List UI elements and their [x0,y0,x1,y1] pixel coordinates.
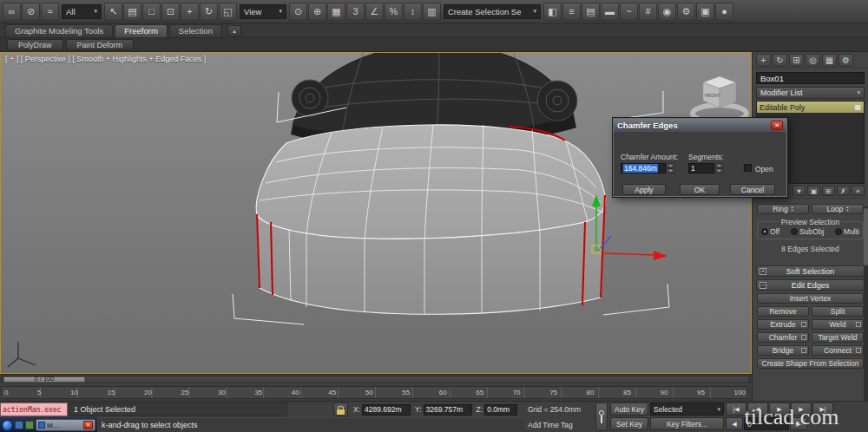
align-icon[interactable]: ≡ [562,3,581,21]
settings-box-icon[interactable] [801,322,806,327]
panel-scrollbar[interactable] [864,206,868,401]
select-object-icon[interactable]: ↖ [104,3,122,21]
z-coordinate-field[interactable]: 0.0mm [484,404,517,416]
show-end-result-icon[interactable]: ▣ [807,186,820,196]
render-setup-icon[interactable]: ⚙ [677,3,695,21]
quick-launch-icon[interactable] [15,421,23,429]
stack-entry-editable-poly[interactable]: Editable Poly ▦ [757,101,864,113]
track-bar[interactable]: 0510152025303540455055606570758085909510… [0,383,752,401]
hierarchy-tab-icon[interactable]: ⊞ [789,54,804,67]
window-crossing-icon[interactable]: ⊡ [161,3,180,21]
ribbon-minimize-icon[interactable]: ▴ [227,25,241,36]
insert-vertex-button[interactable]: Insert Vertex [757,293,864,304]
modify-tab-icon[interactable]: ↻ [773,54,787,67]
keyboard-override-icon[interactable]: ▦ [327,3,345,21]
material-editor-icon[interactable]: ◉ [658,3,676,21]
settings-box-icon[interactable] [856,322,861,327]
tab-graphite-modeling-tools[interactable]: Graphite Modeling Tools [5,24,113,37]
rectangular-selection-icon[interactable]: □ [142,3,161,21]
extrude-button[interactable]: Extrude [757,319,809,330]
timeline-ruler[interactable]: 0510152025303540455055606570758085909510… [2,386,748,399]
apply-button[interactable]: Apply [622,184,666,195]
time-slider-track[interactable]: 0 / 100 [2,376,750,383]
preview-multi-radio[interactable]: Multi [835,227,859,236]
snaps-toggle-icon[interactable]: 3 [346,3,365,21]
split-button[interactable]: Split [812,306,864,317]
settings-box-icon[interactable] [801,348,806,353]
taskbar-window-chip[interactable]: M... × [36,419,95,431]
remove-button[interactable]: Remove [757,306,809,317]
maxscript-mini-listener[interactable]: actionMan.exec [0,403,68,416]
bind-to-space-warp-icon[interactable]: ≈ [41,3,59,21]
select-and-scale-icon[interactable]: ◱ [219,3,237,21]
loop-spinner[interactable]: ▴▾ [846,206,848,213]
set-key-mode-button[interactable] [595,403,608,431]
dialog-titlebar[interactable]: Chamfer Edges × [614,119,786,132]
ring-button[interactable]: Ring▴▾ [757,204,809,214]
segments-field[interactable]: 1 [688,163,714,173]
reference-coordinate-dropdown[interactable]: View ▾ [240,4,286,19]
start-button[interactable] [2,420,13,431]
angle-snap-icon[interactable]: ∠ [365,3,384,21]
render-production-icon[interactable]: ● [715,3,733,21]
modifier-list-dropdown[interactable]: Modifier List ▾ [756,87,865,99]
target-weld-button[interactable]: Target Weld [812,332,864,343]
auto-key-button[interactable]: Auto Key [610,403,648,416]
ring-spinner[interactable]: ▴▾ [792,206,793,213]
paint-deform-panel-button[interactable]: Paint Deform [66,39,135,50]
preview-off-radio[interactable]: Off [761,227,779,236]
named-selection-sets-icon[interactable]: ▥ [423,3,441,21]
cancel-button[interactable]: Cancel [730,184,775,195]
quick-launch-icon[interactable] [25,421,34,429]
select-and-rotate-icon[interactable]: ↻ [200,3,218,21]
layer-manager-icon[interactable]: ▤ [582,3,600,21]
add-time-tag[interactable]: Add Time Tag [528,421,573,429]
bridge-button[interactable]: Bridge [757,345,809,356]
display-tab-icon[interactable]: ▦ [822,54,837,67]
unlink-selection-icon[interactable]: ⊘ [22,3,40,21]
close-icon[interactable]: × [83,421,93,429]
select-and-link-icon[interactable]: ∞ [3,3,21,21]
ok-button[interactable]: OK [680,184,720,195]
open-checkbox[interactable] [744,164,752,172]
tab-freeform[interactable]: Freeform [115,24,168,37]
create-shape-button[interactable]: Create Shape From Selection [757,358,864,369]
key-filters-button[interactable]: Key Filters... [650,417,724,430]
chamfer-amount-field[interactable]: 164.846m [621,163,666,173]
utilities-tab-icon[interactable]: ⚙ [838,54,853,67]
use-pivot-center-icon[interactable]: ⊙ [289,3,307,21]
make-unique-icon[interactable]: ⊞ [822,186,835,196]
plinth-mesh[interactable] [256,125,605,314]
select-and-manipulate-icon[interactable]: ⊕ [308,3,326,21]
motion-tab-icon[interactable]: ◎ [806,54,820,67]
time-slider[interactable]: 0 / 100 [0,374,752,383]
mirror-icon[interactable]: ◧ [543,3,562,21]
segments-spinner[interactable]: ▴▾ [715,163,723,173]
select-and-move-icon[interactable]: + [181,3,199,21]
configure-sets-icon[interactable]: ≡ [852,186,865,196]
perspective-viewport[interactable]: [ + ] [ Perspective ] [ Smooth + Highlig… [0,52,752,374]
schematic-view-icon[interactable]: # [639,3,657,21]
spinner-snap-icon[interactable]: ↕ [404,3,422,21]
key-selection-dropdown[interactable]: Selected ▾ [650,403,724,416]
time-slider-thumb[interactable]: 0 / 100 [3,376,85,383]
pin-stack-icon[interactable]: ▼ [792,186,806,196]
curve-editor-icon[interactable]: ~ [620,3,638,21]
weld-button[interactable]: Weld [812,319,864,330]
chamfer-amount-spinner[interactable]: ▴▾ [667,163,674,173]
x-coordinate-field[interactable]: 4289.692m [362,404,411,416]
close-icon[interactable]: × [771,121,783,130]
viewport-canvas[interactable]: FRONT [1,53,751,373]
settings-box-icon[interactable] [856,348,861,353]
scrollbar-thumb[interactable] [864,208,868,265]
viewport-label[interactable]: [ + ] [ Perspective ] [ Smooth + Highlig… [5,55,206,63]
selection-filter-dropdown[interactable]: All ▾ [62,4,102,19]
preview-subobj-radio[interactable]: SubObj [791,227,824,236]
tab-selection[interactable]: Selection [169,24,222,37]
percent-snap-icon[interactable]: % [385,3,403,21]
loop-button[interactable]: Loop▴▾ [812,204,864,214]
settings-box-icon[interactable] [801,335,806,340]
connect-button[interactable]: Connect [812,345,864,356]
chamfer-button[interactable]: Chamfer [757,332,809,343]
object-name-field[interactable]: Box01 [756,72,865,84]
